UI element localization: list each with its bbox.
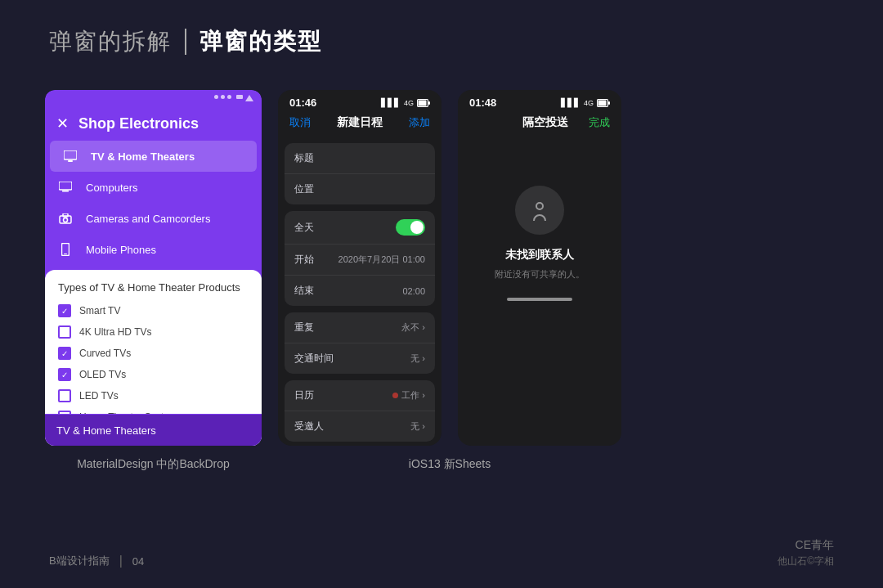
svg-rect-0 <box>64 150 77 159</box>
allday-label: 全天 <box>294 221 314 235</box>
location-row[interactable]: 位置 <box>285 174 435 204</box>
computer-icon <box>56 178 74 196</box>
menu-label-phones: Mobile Phones <box>86 244 156 256</box>
repeat-label: 重复 <box>294 321 314 334</box>
footer-divider-text: | <box>119 554 123 568</box>
battery-icon <box>417 99 430 107</box>
battery-icon-2 <box>597 99 610 107</box>
checkbox-oled-label: OLED TVs <box>79 369 126 380</box>
menu-item-tv[interactable]: TV & Home Theaters <box>50 141 257 172</box>
material-status-bar <box>45 90 262 106</box>
ios-status-icons-2: ▋▋▋ 4G <box>561 98 610 107</box>
airdrop-empty-state: 未找到联系人 附近没有可共享的人。 <box>458 137 621 298</box>
travel-row[interactable]: 交通时间 无 › <box>285 343 435 374</box>
ios-form-title-location: 标题 位置 <box>285 143 435 204</box>
signal-icon-2: ▋▋▋ <box>561 98 580 107</box>
nav-title-2: 隔空投送 <box>522 115 568 130</box>
status-bar-icon <box>236 95 243 99</box>
start-value: 2020年7月20日 01:00 <box>338 254 425 266</box>
location-label: 位置 <box>294 182 314 196</box>
footer-author: 他山石©️字相 <box>778 554 834 568</box>
calendar-label: 日历 <box>294 388 314 402</box>
svg-rect-2 <box>59 182 72 190</box>
material-backdrop-card: ✕ Shop Electronics TV & Home Theaters <box>45 90 262 446</box>
start-row[interactable]: 开始 2020年7月20日 01:00 <box>285 245 435 276</box>
network-icon-2: 4G <box>584 99 594 107</box>
airdrop-empty-sub: 附近没有可共享的人。 <box>495 267 585 281</box>
ios-status-bar-2: 01:48 ▋▋▋ 4G <box>458 90 621 112</box>
ios-nav-bar-1: 取消 新建日程 添加 <box>278 112 441 137</box>
svg-rect-3 <box>62 191 69 192</box>
svg-rect-8 <box>64 254 67 254</box>
calendar-value: 工作 › <box>392 389 425 402</box>
ios-card-airdrop: 01:48 ▋▋▋ 4G 隔空投送 完成 <box>458 90 621 446</box>
camera-icon <box>56 209 74 227</box>
backdrop-bottom-tab: TV & Home Theaters <box>45 415 262 446</box>
header-title-bold: 弹窗的类型 <box>199 26 322 57</box>
allday-toggle[interactable] <box>396 219 425 236</box>
checkbox-led[interactable]: LED TVs <box>58 385 249 406</box>
svg-rect-37 <box>608 101 610 105</box>
invitees-label: 受邀人 <box>294 420 324 433</box>
signal-icon: ▋▋▋ <box>381 98 401 107</box>
header-divider <box>185 29 186 55</box>
checkbox-oled-box[interactable] <box>58 368 71 381</box>
ios-card-label: iOS13 新Sheets <box>409 457 491 472</box>
end-label: 结束 <box>294 284 314 298</box>
status-dot-1 <box>214 95 218 99</box>
footer-series: B端设计指南 <box>49 554 110 568</box>
tv-icon <box>61 147 79 165</box>
menu-item-cameras[interactable]: Cameras and Camcorders <box>45 203 262 234</box>
toggle-thumb <box>410 221 424 234</box>
ios-status-icons-1: ▋▋▋ 4G <box>381 98 430 107</box>
page-footer: B端设计指南 | 04 CE青年 他山石©️字相 <box>49 538 834 568</box>
phone-icon <box>56 240 74 258</box>
checkbox-curved[interactable]: Curved TVs <box>58 343 249 364</box>
checkbox-4k[interactable]: 4K Ultra HD TVs <box>58 321 249 343</box>
calendar-row[interactable]: 日历 工作 › <box>285 380 435 411</box>
checkbox-oled[interactable]: OLED TVs <box>58 364 249 385</box>
footer-right: CE青年 他山石©️字相 <box>778 538 834 568</box>
ios-form-calendar: 日历 工作 › 受邀人 无 › <box>285 380 435 442</box>
done-button[interactable]: 完成 <box>589 115 610 130</box>
airdrop-icon-container <box>515 186 564 235</box>
material-card-label: MaterialDesign 中的BackDrop <box>77 457 230 472</box>
invitees-row[interactable]: 受邀人 无 › <box>285 411 435 442</box>
repeat-row[interactable]: 重复 永不 › <box>285 312 435 343</box>
cancel-button-1[interactable]: 取消 <box>289 115 311 130</box>
checkbox-curved-box[interactable] <box>58 347 71 360</box>
ios-card-group: 01:46 ▋▋▋ 4G 取消 新建日程 添加 <box>278 90 621 472</box>
travel-value: 无 › <box>410 352 425 365</box>
backdrop-title: Shop Electronics <box>78 115 199 132</box>
menu-label-computers: Computers <box>86 182 138 194</box>
menu-label-tv: TV & Home Theaters <box>91 150 195 163</box>
nav-title-1: 新建日程 <box>337 115 383 130</box>
ios-form-repeat: 重复 永不 › 交通时间 无 › <box>285 312 435 374</box>
menu-item-computers[interactable]: Computers <box>45 172 262 203</box>
checkbox-led-box[interactable] <box>58 389 71 402</box>
close-icon[interactable]: ✕ <box>56 114 69 132</box>
menu-item-phones[interactable]: Mobile Phones <box>45 234 262 265</box>
add-button-1[interactable]: 添加 <box>409 115 430 130</box>
material-card-group: ✕ Shop Electronics TV & Home Theaters <box>45 90 262 472</box>
ios-time-2: 01:48 <box>469 97 496 109</box>
checkbox-smart-tv[interactable]: Smart TV <box>58 300 249 321</box>
checkbox-smart-tv-label: Smart TV <box>79 305 120 316</box>
end-row[interactable]: 结束 02:00 <box>285 276 435 306</box>
footer-brand: CE青年 <box>778 538 834 553</box>
home-indicator-2 <box>458 298 621 307</box>
ios-card-calendar: 01:46 ▋▋▋ 4G 取消 新建日程 添加 <box>278 90 441 446</box>
status-dot-2 <box>221 95 225 99</box>
allday-row[interactable]: 全天 <box>285 211 435 245</box>
title-row[interactable]: 标题 <box>285 143 435 174</box>
cards-container: ✕ Shop Electronics TV & Home Theaters <box>45 90 838 472</box>
calendar-dot <box>392 393 398 398</box>
checkbox-4k-box[interactable] <box>58 325 71 339</box>
home-indicator-bar-2 <box>507 298 572 301</box>
repeat-value: 永不 › <box>401 321 425 334</box>
network-icon: 4G <box>404 99 414 107</box>
footer-left: B端设计指南 | 04 <box>49 554 144 568</box>
checkbox-smart-tv-box[interactable] <box>58 304 71 317</box>
svg-rect-1 <box>68 160 73 162</box>
ios-nav-bar-2: 隔空投送 完成 <box>458 112 621 137</box>
